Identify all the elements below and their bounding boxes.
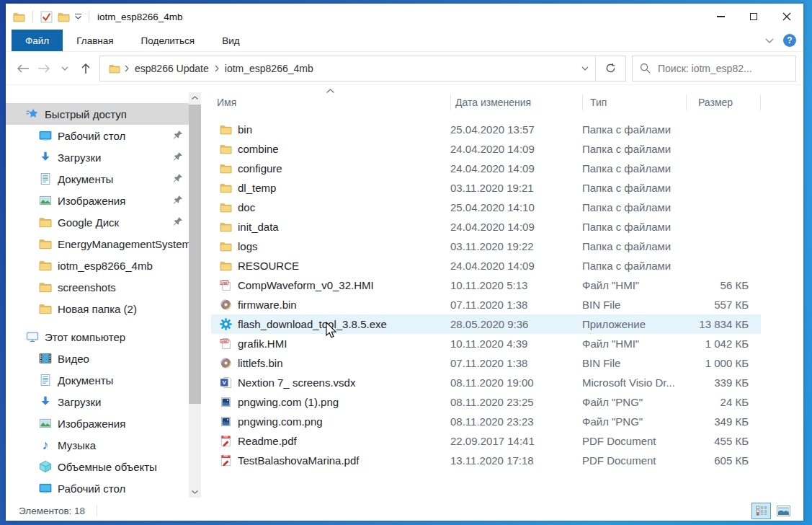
file-type: Папка с файлами [582,123,686,136]
sidebar-item-downloads[interactable]: Загрузки [6,391,189,412]
close-button[interactable] [770,4,803,30]
sidebar-item-energy-management[interactable]: EnergyManagementSystemN [6,233,189,255]
sidebar-item-pictures-pinned[interactable]: Изображения [6,190,189,211]
recent-locations-button[interactable] [55,58,74,79]
file-name-cell: RESOURCE [211,260,450,272]
file-row[interactable]: logs03.11.2020 19:22Папка с файлами [211,237,761,256]
forward-arrow-icon [37,64,50,73]
folder-icon [220,221,232,233]
scroll-down-icon[interactable] [189,487,201,498]
up-button[interactable] [76,58,95,79]
refresh-button[interactable] [595,56,625,81]
file-name-cell: littlefs.bin [211,357,450,369]
scrollbar-thumb[interactable] [189,105,201,404]
file-name-cell: firmware.bin [211,299,450,311]
file-type: BIN File [582,357,686,369]
qat-dropdown-icon[interactable] [75,14,81,20]
explorer-window: iotm_esp8266_4mb ФайлГлавнаяПоделитьсяВи… [6,4,803,521]
svg-text:V: V [223,379,227,386]
file-row[interactable]: combine24.04.2020 14:09Папка с файлами [211,139,761,159]
sidebar-item-documents-pinned[interactable]: Документы [6,168,189,190]
file-row[interactable]: dl_temp03.11.2020 19:21Папка с файлами [211,178,761,198]
minimize-button[interactable] [704,4,737,30]
file-row[interactable]: bin25.04.2020 13:57Папка с файлами [211,120,761,139]
file-row[interactable]: RESOURCE24.04.2020 14:09Папка с файлами [211,256,761,275]
address-dropdown-button[interactable] [575,56,595,81]
file-date: 08.11.2020 23:23 [450,415,582,428]
column-header-type[interactable]: Тип [582,94,686,110]
file-date: 25.04.2020 13:57 [450,123,582,136]
file-row[interactable]: firmware.bin07.11.2020 1:38BIN File557 К… [211,295,761,314]
sidebar-item-iotm-esp8266-4mb[interactable]: iotm_esp8266_4mb [6,255,189,276]
sidebar-item-this-pc[interactable]: Этот компьютер [6,326,189,348]
navigation-pane: Быстрый доступРабочий столЗагрузкиДокуме… [6,85,211,500]
folder-icon[interactable] [58,11,70,23]
file-row[interactable]: doc25.04.2020 14:10Папка с файлами [211,198,761,217]
file-row[interactable]: flash_download_tool_3.8.5.exe28.05.2020 … [211,314,761,334]
png-icon [220,396,232,408]
desktop-icon [39,482,52,495]
details-view-button[interactable] [751,503,771,519]
file-date: 08.11.2020 23:25 [450,396,582,408]
tab-share[interactable]: Поделиться [128,30,209,51]
file-date: 10.11.2020 5:13 [450,279,582,291]
chevron-right-icon[interactable] [213,65,220,72]
status-bar: Элементов: 18 [6,500,803,521]
chevron-right-icon[interactable] [123,65,130,72]
file-row[interactable]: VNextion 7_ screens.vsdx08.11.2020 19:00… [211,373,761,392]
folder-icon [220,143,232,155]
sidebar-item-desktop-pinned[interactable]: Рабочий стол [6,125,189,146]
folder-icon [13,11,25,23]
file-row[interactable]: pngwing.com (1).png08.11.2020 23:25Файл … [211,392,761,412]
back-button[interactable] [13,58,32,79]
file-type: Файл "PNG" [582,396,686,408]
tab-view[interactable]: Вид [208,30,253,51]
checkmark-box-icon[interactable] [40,11,53,23]
breadcrumb-segment[interactable]: iotm_esp8266_4mb [220,56,318,81]
sidebar-item-downloads-pinned[interactable]: Загрузки [6,146,189,168]
sidebar-item-documents[interactable]: Документы [6,369,189,391]
file-row[interactable]: HMIgrafik.HMI10.11.2020 4:39Файл "HMI"1 … [211,334,761,353]
sidebar-item-screenshots[interactable]: screenshots [6,276,189,298]
search-input[interactable] [658,63,788,74]
file-row[interactable]: configure24.04.2020 14:09Папка с файлами [211,159,761,178]
forward-button[interactable] [34,58,53,79]
folder-icon [39,259,52,272]
pin-icon [172,216,183,227]
tab-file[interactable]: Файл [12,30,63,51]
sidebar-item-videos[interactable]: Видео [6,348,189,369]
scroll-up-icon[interactable] [189,92,201,103]
file-row[interactable]: littlefs.bin07.11.2020 1:38BIN File1 000… [211,353,761,373]
sidebar-item-label: Загрузки [58,396,101,408]
sort-ascending-icon [326,89,334,93]
search-box[interactable] [632,56,796,81]
sidebar-item-desktop[interactable]: Рабочий стол [6,477,189,499]
file-row[interactable]: init_data24.04.2020 14:09Папка с файлами [211,217,761,237]
file-row[interactable]: pngwing.com.png08.11.2020 23:23Файл "PNG… [211,412,761,431]
maximize-button[interactable] [737,4,770,30]
sidebar-item-music[interactable]: ♪Музыка [6,434,189,456]
folder-icon [220,123,232,136]
computer-icon [26,330,39,343]
breadcrumb-segment[interactable]: esp8266 Update [130,56,213,81]
address-bar[interactable]: esp8266 Updateiotm_esp8266_4mb [99,56,626,81]
sidebar-item-quick-access[interactable]: Быстрый доступ [6,103,189,125]
sidebar-item-3d-objects[interactable]: Объемные объекты [6,456,189,477]
file-row[interactable]: PDFReadme.pdf22.09.2017 14:41PDF Documen… [211,431,761,451]
sidebar-item-new-folder-2[interactable]: Новая папка (2) [6,298,189,319]
folder-icon [220,240,232,252]
file-row[interactable]: PDFTestBalashovaMarina.pdf13.11.2020 17:… [211,451,761,470]
column-header-name[interactable]: Имя [211,94,450,110]
column-header-size[interactable]: Размер [686,94,760,110]
sidebar-item-pictures[interactable]: Изображения [6,412,189,434]
help-button[interactable]: ? [783,34,796,47]
sidebar-scrollbar[interactable] [189,92,201,498]
thumbnails-view-button[interactable] [774,503,793,519]
expand-ribbon-icon[interactable] [765,38,774,43]
file-row[interactable]: HMICompWaveform_v0_32.HMI10.11.2020 5:13… [211,275,761,295]
pictures-icon [39,417,52,430]
sidebar-item-label: screenshots [58,281,116,294]
column-header-date[interactable]: Дата изменения [450,94,582,110]
tab-home[interactable]: Главная [63,30,127,51]
sidebar-item-google-drive[interactable]: Google Диск [6,211,189,233]
